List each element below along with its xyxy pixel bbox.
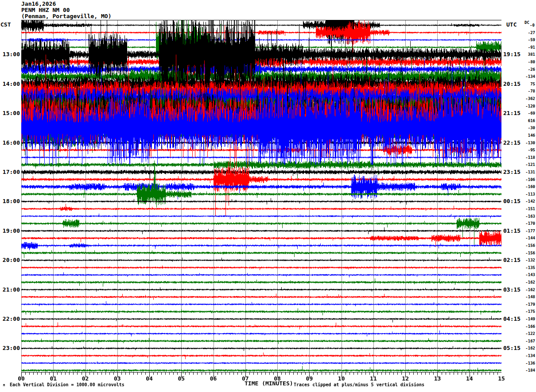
- dc-offset-value: -113: [504, 192, 535, 196]
- dc-offset-value: -175: [504, 309, 535, 314]
- dc-offset-value: -122: [504, 331, 535, 336]
- cst-hour-label: 18:00: [0, 198, 20, 204]
- dc-offset-value: -149: [504, 317, 535, 321]
- cst-hour-label: 14:00: [0, 81, 20, 87]
- minute-tick-label: 11: [366, 375, 381, 382]
- minute-tick-label: 15: [494, 375, 509, 382]
- dc-offset-value: -134: [504, 354, 535, 358]
- dc-offset-value: -143: [504, 273, 535, 277]
- dc-offset-value: -170: [504, 221, 535, 226]
- location-label: (Penman, Portageville, MO): [21, 13, 112, 19]
- dc-offset-value: -156: [504, 243, 535, 248]
- dc-offset-value: -166: [504, 324, 535, 329]
- dc-offset-value: 616: [504, 119, 535, 123]
- date-label: Jan16,2026: [21, 1, 56, 7]
- dc-offset-value: -30: [504, 126, 535, 130]
- cst-hour-label: 19:00: [0, 227, 20, 234]
- dc-value-first: -0: [530, 23, 535, 27]
- clipping-footnote: Traces clipped at plus/minus 5 vertical …: [294, 382, 424, 387]
- dc-offset-value: -27: [504, 31, 535, 35]
- dc-offset-value: -362: [504, 96, 535, 101]
- dc-offset-value: -69: [504, 111, 535, 115]
- dc-offset-value: -78: [504, 89, 535, 93]
- dc-offset-value: -167: [504, 339, 535, 343]
- dc-offset-value: -162: [504, 288, 535, 292]
- dc-offset-value: -136: [504, 361, 535, 365]
- dc-offset-value: 75: [504, 82, 535, 86]
- left-timezone-label: CST: [0, 21, 11, 28]
- dc-offset-value: -135: [504, 265, 535, 270]
- dc-offset-value: -160: [504, 184, 535, 189]
- dc-offset-value: -118: [504, 155, 535, 160]
- dc-offset-value: -151: [504, 207, 535, 211]
- right-timezone-label: UTC: [506, 21, 517, 28]
- cst-hour-label: 16:00: [0, 139, 20, 146]
- minute-tick-label: 00: [14, 375, 29, 382]
- dc-offset-value: -179: [504, 302, 535, 307]
- dc-offset-value: -131: [504, 170, 535, 174]
- cst-hour-label: 22:00: [0, 315, 20, 322]
- minute-tick-label: 13: [430, 375, 445, 382]
- dc-offset-value: -162: [504, 280, 535, 284]
- x-axis-title: TIME (MINUTES): [245, 380, 293, 387]
- station-label: PENM HHZ NM 00: [21, 7, 70, 13]
- dc-offset-value: -91: [504, 45, 535, 50]
- dc-offset-value: -148: [504, 295, 535, 299]
- dc-offset-value: -106: [504, 177, 535, 182]
- helicorder-page: Jan16,2026 PENM HHZ NM 00 (Penman, Porta…: [0, 0, 536, 392]
- seismogram-canvas: [21, 20, 501, 381]
- minute-tick-label: 04: [142, 375, 157, 382]
- minute-tick-label: 06: [206, 375, 221, 382]
- dc-offset-value: -130: [504, 141, 535, 145]
- minute-tick-label: 12: [398, 375, 413, 382]
- cst-hour-label: 20:00: [0, 257, 20, 263]
- vertical-division-footnote: Each Vertical Division = 1000.00 microvo…: [10, 382, 124, 387]
- dc-offset-value: -80: [504, 60, 535, 64]
- cst-hour-label: 13:00: [0, 51, 20, 58]
- corner-glyph: M: [3, 384, 5, 387]
- minute-tick-label: 10: [334, 375, 349, 382]
- dc-offset-value: -177: [504, 229, 535, 233]
- dc-offset-value: -142: [504, 199, 535, 204]
- dc-offset-value: -156: [504, 251, 535, 255]
- minute-tick-label: 05: [174, 375, 189, 382]
- cst-hour-label: 21:00: [0, 286, 20, 293]
- minute-tick-label: 09: [302, 375, 317, 382]
- cst-hour-label: 23:00: [0, 345, 20, 351]
- dc-offset-value: -132: [504, 258, 535, 262]
- cst-hour-label: 15:00: [0, 110, 20, 116]
- dc-offset-value: 146: [504, 133, 535, 138]
- cst-hour-label: 17:00: [0, 169, 20, 175]
- dc-offset-value: -120: [504, 104, 535, 108]
- minute-tick-label: 03: [110, 375, 125, 382]
- dc-header-label: DC: [524, 20, 529, 25]
- dc-offset-value: -59: [504, 38, 535, 42]
- minute-tick-label: 01: [46, 375, 61, 382]
- dc-offset-value: -163: [504, 214, 535, 219]
- minute-tick-label: 02: [78, 375, 93, 382]
- dc-offset-value: -162: [504, 346, 535, 350]
- dc-offset-value: 381: [504, 52, 535, 57]
- dc-offset-value: -184: [504, 368, 535, 373]
- dc-offset-value: -95: [504, 148, 535, 152]
- dc-offset-value: -26: [504, 67, 535, 72]
- dc-offset-value: -121: [504, 162, 535, 167]
- dc-offset-value: -144: [504, 236, 535, 240]
- minute-tick-label: 14: [462, 375, 477, 382]
- dc-offset-value: -134: [504, 74, 535, 79]
